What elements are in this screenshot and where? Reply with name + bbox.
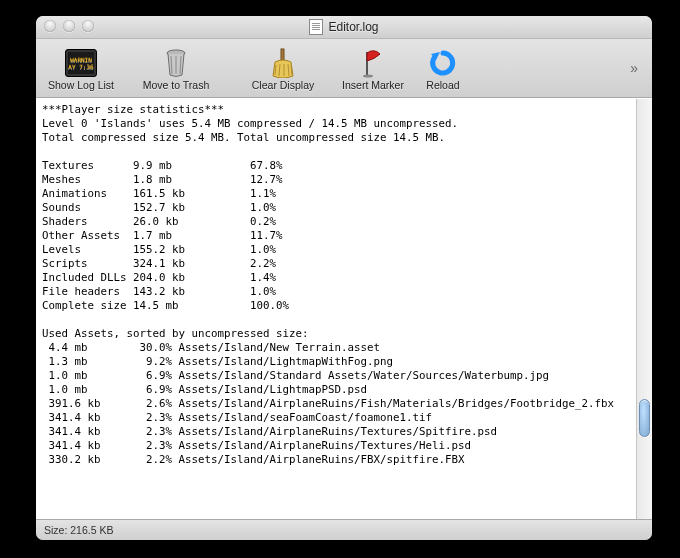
- log-content[interactable]: ***Player size statistics*** Level 0 'Is…: [36, 99, 636, 519]
- toolbar: WARNIN AY 7:36 Show Log List Move to Tra…: [36, 39, 652, 98]
- svg-point-3: [363, 75, 373, 78]
- scrollbar-thumb[interactable]: [639, 399, 650, 437]
- flag-icon: [357, 47, 389, 79]
- document-icon: [309, 19, 323, 35]
- zoom-icon[interactable]: [82, 20, 94, 32]
- trash-icon: [160, 47, 192, 79]
- show-log-list-button[interactable]: WARNIN AY 7:36 Show Log List: [42, 45, 120, 91]
- titlebar[interactable]: Editor.log: [36, 16, 652, 39]
- reload-button[interactable]: Reload: [412, 45, 474, 91]
- move-to-trash-button[interactable]: Move to Trash: [120, 45, 232, 91]
- close-icon[interactable]: [44, 20, 56, 32]
- window-title: Editor.log: [309, 19, 378, 35]
- vertical-scrollbar[interactable]: [636, 99, 652, 519]
- clear-display-button[interactable]: Clear Display: [232, 45, 334, 91]
- minimize-icon[interactable]: [63, 20, 75, 32]
- window-title-text: Editor.log: [328, 20, 378, 34]
- app-window: Editor.log WARNIN AY 7:36 Show Log List …: [36, 16, 652, 540]
- broom-icon: [267, 47, 299, 79]
- status-bar: Size: 216.5 KB: [36, 519, 652, 540]
- reload-icon: [427, 47, 459, 79]
- insert-marker-button[interactable]: Insert Marker: [334, 45, 412, 91]
- status-size: Size: 216.5 KB: [44, 524, 113, 536]
- window-controls: [44, 20, 94, 32]
- log-badge-icon: WARNIN AY 7:36: [65, 47, 97, 79]
- log-text: ***Player size statistics*** Level 0 'Is…: [42, 103, 630, 467]
- toolbar-overflow-icon[interactable]: »: [630, 60, 646, 76]
- svg-rect-1: [281, 49, 284, 61]
